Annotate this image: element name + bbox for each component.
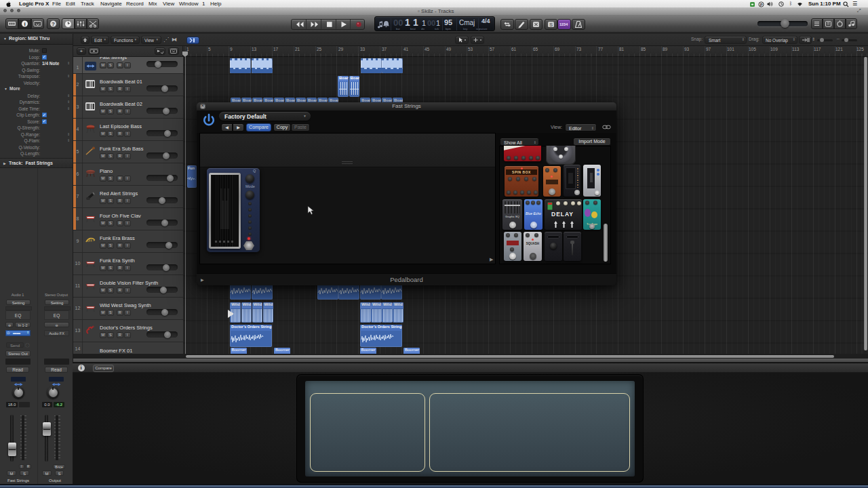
svg-text:S: S <box>549 22 553 27</box>
svg-text:P: P <box>760 2 763 6</box>
svg-text:i: i <box>24 21 25 27</box>
svg-text:?: ? <box>52 21 55 27</box>
